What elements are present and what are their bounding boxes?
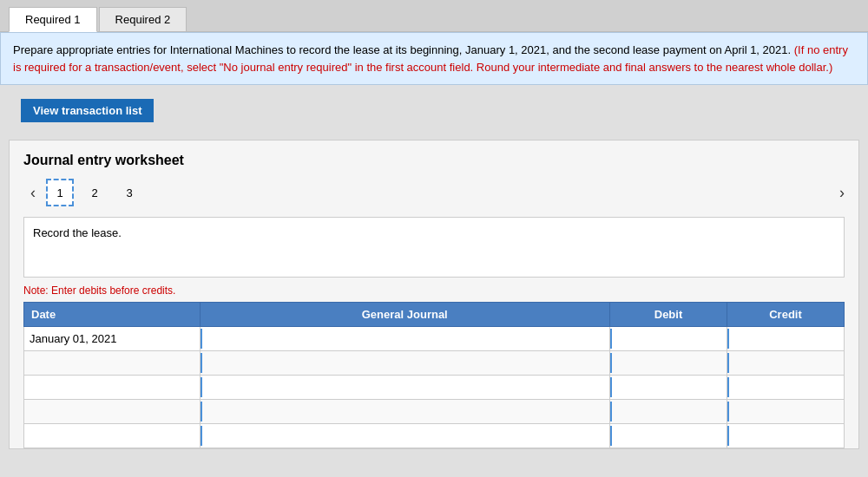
page-btn-3[interactable]: 3	[115, 179, 143, 206]
debit-input-3[interactable]	[610, 400, 727, 423]
view-transaction-list-button[interactable]: View transaction list	[21, 99, 154, 122]
debit-input-0[interactable]	[610, 327, 727, 350]
credit-input-1[interactable]	[727, 351, 844, 375]
debit-cell-1[interactable]	[610, 351, 727, 376]
tab-required-2[interactable]: Required 2	[99, 7, 187, 31]
journal-cell-0[interactable]	[200, 327, 610, 351]
credit-input-0[interactable]	[727, 327, 844, 350]
journal-cell-3[interactable]	[200, 400, 610, 424]
date-cell-4	[24, 424, 201, 448]
journal-input-1[interactable]	[201, 351, 610, 375]
description-text: Record the lease.	[33, 226, 122, 239]
table-row	[24, 424, 845, 448]
credit-cell-0[interactable]	[727, 327, 845, 351]
table-row: January 01, 2021	[24, 327, 845, 351]
nav-row: ‹ 1 2 3 ›	[23, 179, 845, 206]
date-cell-3	[24, 400, 201, 424]
worksheet-card: Journal entry worksheet ‹ 1 2 3 › Record…	[9, 140, 859, 449]
col-date: Date	[24, 303, 201, 327]
journal-cell-1[interactable]	[200, 351, 610, 376]
credit-input-4[interactable]	[727, 424, 844, 448]
journal-table: Date General Journal Debit Credit Januar…	[23, 302, 845, 448]
credit-cell-4[interactable]	[727, 424, 845, 448]
credit-input-2[interactable]	[727, 376, 844, 399]
table-row	[24, 376, 845, 400]
table-row	[24, 351, 845, 376]
tab-required-1[interactable]: Required 1	[9, 7, 97, 32]
journal-input-0[interactable]	[201, 327, 610, 350]
note-text: Note: Enter debits before credits.	[23, 284, 845, 297]
table-row	[24, 400, 845, 424]
tabs-bar: Required 1 Required 2	[0, 0, 868, 32]
page-btn-1[interactable]: 1	[46, 179, 74, 206]
journal-input-3[interactable]	[201, 400, 610, 423]
debit-cell-3[interactable]	[610, 400, 727, 424]
next-arrow[interactable]: ›	[839, 184, 845, 202]
instruction-box: Prepare appropriate entries for Internat…	[0, 32, 868, 85]
instruction-main: Prepare appropriate entries for Internat…	[13, 43, 791, 56]
debit-input-1[interactable]	[610, 351, 727, 375]
date-cell-0: January 01, 2021	[24, 327, 201, 351]
debit-cell-0[interactable]	[610, 327, 727, 351]
prev-arrow[interactable]: ‹	[23, 184, 43, 202]
journal-cell-2[interactable]	[200, 376, 610, 400]
page-btn-2[interactable]: 2	[81, 179, 108, 206]
date-cell-2	[24, 376, 201, 400]
credit-input-3[interactable]	[727, 400, 844, 423]
journal-input-4[interactable]	[201, 424, 610, 448]
debit-input-2[interactable]	[610, 376, 727, 399]
journal-input-2[interactable]	[201, 376, 610, 399]
credit-cell-2[interactable]	[727, 376, 845, 400]
col-debit: Debit	[610, 303, 727, 327]
description-box: Record the lease.	[23, 217, 845, 278]
worksheet-title: Journal entry worksheet	[23, 153, 845, 168]
col-general-journal: General Journal	[200, 303, 610, 327]
debit-cell-2[interactable]	[610, 376, 727, 400]
debit-cell-4[interactable]	[610, 424, 727, 448]
date-cell-1	[24, 351, 201, 376]
col-credit: Credit	[727, 303, 845, 327]
credit-cell-3[interactable]	[727, 400, 845, 424]
button-area: View transaction list	[0, 85, 868, 136]
debit-input-4[interactable]	[610, 424, 727, 448]
credit-cell-1[interactable]	[727, 351, 845, 376]
journal-cell-4[interactable]	[200, 424, 610, 448]
